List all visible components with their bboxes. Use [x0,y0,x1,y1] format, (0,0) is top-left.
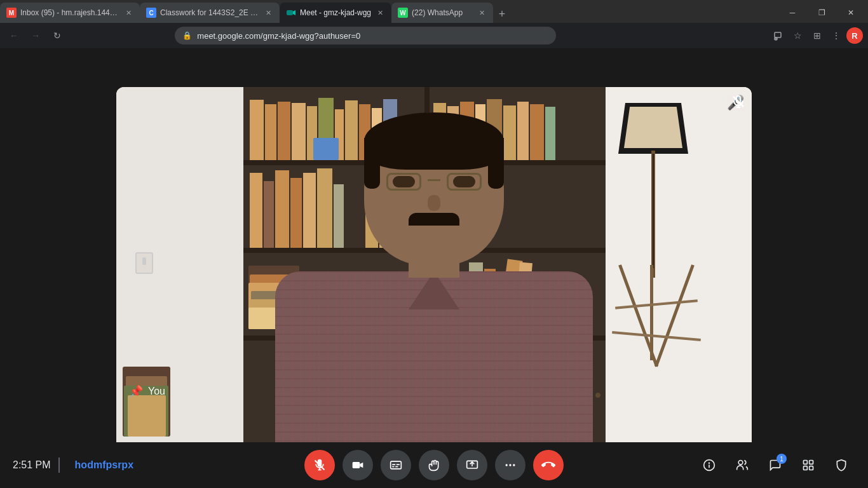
toolbar-right: ☆ ⊞ ⋮ R [770,27,863,44]
time-display: 2:51 PM [13,459,51,471]
person-body [275,271,593,449]
window-controls: ─ ❐ ✕ [778,3,868,23]
video-scene: 📌 You 🎤 [116,87,752,449]
sideburn-left [364,138,380,189]
meeting-code: hodmfpsrpx [75,459,133,471]
divider [58,458,60,473]
tab-classwork[interactable]: C Classwork for 1443S2_2E EVS Ra... ✕ [140,3,280,23]
tab-bar: M Inbox (95) - hm.rajesh.1443.2@k... ✕ C… [0,0,868,23]
glasses-left [386,173,421,191]
wall-right [606,87,752,449]
menu-icon[interactable]: ⋮ [827,27,845,44]
tab-whatsapp-label: (22) WhatsApp [412,8,473,17]
right-controls: 1 [695,451,855,479]
lamp-shade-container [618,103,688,154]
tab-whatsapp[interactable]: W (22) WhatsApp ✕ [391,3,493,23]
tab-gmail-favicon: M [6,8,17,18]
glasses-right [447,173,482,191]
tab-meet-favicon [286,8,296,18]
svg-rect-27 [810,466,813,470]
svg-point-18 [509,464,511,466]
svg-rect-2 [775,32,781,37]
main-content: 📌 You 🎤 2:51 PM hodmfpsrpx [0,48,868,488]
chat-button[interactable]: 1 [761,451,789,479]
svg-marker-10 [360,463,363,468]
person-head [364,112,504,265]
controls-bar: 2:51 PM hodmfpsrpx [0,442,868,488]
bookmark-icon[interactable]: ☆ [789,27,807,44]
svg-rect-9 [353,462,360,468]
camera-button[interactable] [342,450,373,480]
books-pile-left [123,360,173,437]
tab-gmail-close[interactable]: ✕ [123,8,133,18]
captions-button[interactable] [381,450,411,480]
extensions-icon[interactable]: ⊞ [808,27,826,44]
person-container [243,144,625,449]
chat-badge: 1 [776,454,787,464]
browser-window: M Inbox (95) - hm.rajesh.1443.2@k... ✕ C… [0,0,868,488]
mic-slash [730,93,747,110]
pin-icon: 📌 [129,384,143,398]
reload-button[interactable]: ↻ [48,27,66,44]
person-hair [364,112,504,170]
people-button[interactable] [728,451,756,479]
new-tab-button[interactable]: + [493,5,511,23]
activities-button[interactable] [794,451,822,479]
address-input-bar[interactable]: 🔒 meet.google.com/gmz-kjad-wgg?authuser=… [175,27,556,44]
svg-rect-26 [804,466,808,470]
tab-classwork-close[interactable]: ✕ [263,8,273,18]
tab-whatsapp-favicon: W [398,8,408,18]
center-controls [304,450,564,480]
svg-marker-1 [293,10,295,15]
svg-rect-24 [804,461,808,464]
back-button[interactable]: ← [5,27,23,44]
lamp-wire [653,154,654,268]
you-label: You [148,386,165,397]
person-nose [428,195,440,211]
tab-gmail[interactable]: M Inbox (95) - hm.rajesh.1443.2@k... ✕ [0,3,140,23]
mic-button[interactable] [304,450,335,480]
raise-hand-button[interactable] [419,450,449,480]
maximize-button[interactable]: ❐ [807,3,836,23]
svg-rect-25 [810,461,813,464]
profile-avatar[interactable]: R [846,27,863,44]
you-label-area: 📌 You [129,384,165,398]
present-button[interactable] [457,450,487,480]
glasses-bridge [428,179,440,181]
security-button[interactable] [827,451,855,479]
forward-button[interactable]: → [27,27,44,44]
tab-meet-close[interactable]: ✕ [375,8,385,18]
svg-point-23 [738,461,743,465]
time-meeting-area: 2:51 PM hodmfpsrpx [13,458,133,473]
tab-meet-label: Meet - gmz-kjad-wgg [300,8,371,17]
lock-icon: 🔒 [182,31,192,40]
address-bar: ← → ↻ 🔒 meet.google.com/gmz-kjad-wgg?aut… [0,23,868,48]
tab-meet[interactable]: Meet - gmz-kjad-wgg ✕ [280,3,391,23]
svg-point-17 [506,464,508,466]
tab-classwork-label: Classwork for 1443S2_2E EVS Ra... [160,8,259,17]
info-button[interactable] [695,451,723,479]
sideburn-right [488,138,504,189]
more-options-button[interactable] [495,450,526,480]
cast-icon[interactable] [770,27,788,44]
power-outlet [135,252,153,274]
video-feed: 📌 You 🎤 [116,87,752,449]
lamp-shade-inner [624,107,682,148]
svg-point-19 [513,464,515,466]
minimize-button[interactable]: ─ [778,3,807,23]
svg-rect-0 [287,10,293,15]
tab-whatsapp-close[interactable]: ✕ [477,8,487,18]
close-button[interactable]: ✕ [836,3,865,23]
tab-classwork-favicon: C [146,8,156,18]
person-mustache [409,213,459,226]
tab-gmail-label: Inbox (95) - hm.rajesh.1443.2@k... [20,8,119,17]
url-display: meet.google.com/gmz-kjad-wgg?authuser=0 [197,31,548,41]
end-call-button[interactable] [533,450,564,480]
